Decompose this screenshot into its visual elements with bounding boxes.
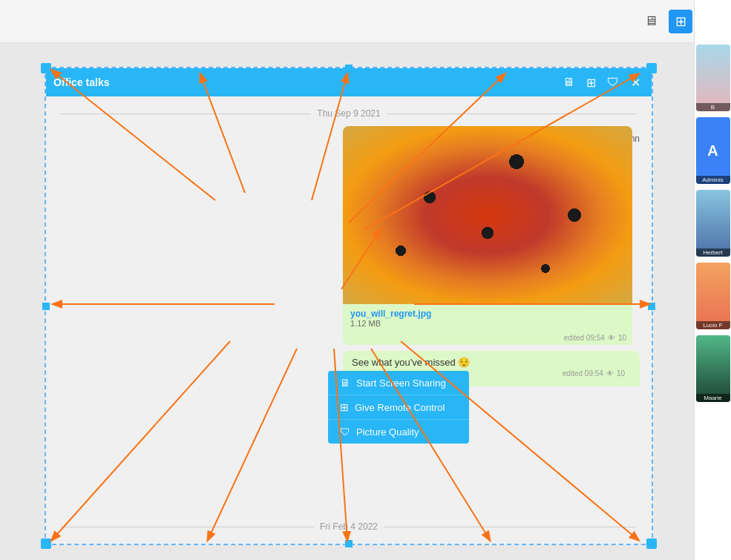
date-separator-bottom: Fri Feb 4 2022 [46,510,652,544]
avatar-maarie-label: Maarie [696,394,730,402]
avatar-lucio[interactable]: Lucio F [696,263,730,329]
file-size: 1.12 MB [350,319,625,328]
avatar-admin[interactable]: A Adminis [696,117,730,184]
context-menu: 🖥 Start Screen Sharing ⊞ Give Remote Con… [328,371,469,444]
chat-title: Office talks [53,76,109,88]
message-text: See what you've missed 😌 [352,357,470,368]
avatar-herbert[interactable]: Herbert [696,190,730,257]
network-icon[interactable]: ⊞ [669,10,692,33]
screen-sharing-menu-icon: 🖥 [340,377,350,389]
screen-share-header-icon[interactable]: 🖥 [560,73,577,91]
message-area: you_will_regret.jpg 1.12 MB edited 09:54… [343,126,640,386]
remote-control-label: Give Remote Control [355,402,445,413]
chat-body: Thu Sep 9 2021 Eldric Mann you_will_regr… [46,96,652,544]
avatar-herbert-label: Herbert [696,248,730,257]
views-count-1: 10 [618,334,626,342]
views-count-2: 10 [617,369,625,378]
avatar-admin-label: Adminis [696,176,730,184]
date-top-text: Thu Sep 9 2021 [317,108,380,119]
pizza-bg [343,126,632,304]
menu-item-screen-sharing[interactable]: 🖥 Start Screen Sharing [328,371,469,395]
pizza-image [343,126,632,304]
image-message[interactable]: you_will_regret.jpg 1.12 MB edited 09:54… [343,126,632,345]
screen-sharing-label: Start Screen Sharing [356,378,446,389]
eye-icon-1: 👁 [608,334,615,342]
avatar-admin-initial: A [707,142,718,159]
chat-window: Office talks 🖥 ⊞ 🛡 ✕ Thu Sep 9 2021 Eldr… [45,67,653,545]
menu-item-picture-quality[interactable]: 🛡 Picture Quality [328,420,469,444]
avatar-b-label: B [696,103,730,111]
avatar-maarie[interactable]: Maarie [696,335,730,402]
picture-quality-menu-icon: 🛡 [340,426,350,438]
edited-label-2: edited 09:54 [563,369,603,378]
eye-icon-2: 👁 [606,369,614,378]
edited-label-1: edited 09:54 [564,334,605,342]
picture-quality-label: Picture Quality [356,426,419,438]
resize-handle-tr[interactable] [646,63,657,73]
close-button[interactable]: ✕ [626,73,644,91]
resize-handle-tl[interactable] [41,63,51,73]
message-meta-1: edited 09:54 👁 10 [343,332,632,345]
menu-item-remote-control[interactable]: ⊞ Give Remote Control [328,395,469,420]
network-header-icon[interactable]: ⊞ [582,73,600,91]
screen-share-icon[interactable]: 🖥 [639,10,663,33]
top-toolbar: 🖥 ⊞ ⚡ [0,0,731,43]
chat-header-icons: 🖥 ⊞ 🛡 ✕ [560,73,644,91]
shield-header-icon[interactable]: 🛡 [604,73,622,91]
date-bottom-text: Fri Feb 4 2022 [320,521,378,532]
right-sidebar: B A Adminis Herbert Lucio F Maarie [694,0,731,560]
remote-control-menu-icon: ⊞ [340,401,349,413]
image-info: you_will_regret.jpg 1.12 MB [343,304,632,332]
chat-header: Office talks 🖥 ⊞ 🛡 ✕ [46,68,652,96]
avatar-lucio-label: Lucio F [696,321,730,329]
resize-handle-top[interactable] [345,65,353,72]
avatar-b[interactable]: B [696,45,730,111]
file-name: you_will_regret.jpg [350,309,625,319]
